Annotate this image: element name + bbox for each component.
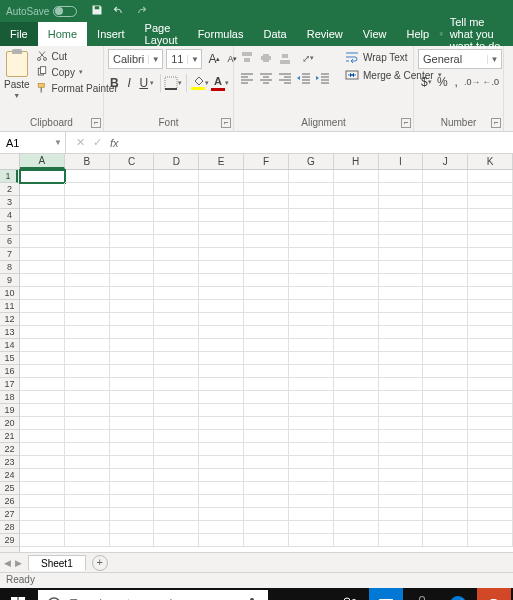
paste-button[interactable]: Paste ▼ (4, 49, 30, 99)
cell[interactable] (289, 209, 334, 222)
cell[interactable] (423, 430, 468, 443)
cell[interactable] (20, 365, 65, 378)
row-header[interactable]: 26 (0, 495, 19, 508)
cell[interactable] (423, 339, 468, 352)
cell[interactable] (334, 456, 379, 469)
autosave-switch-icon[interactable] (53, 6, 77, 17)
cell[interactable] (334, 326, 379, 339)
cell[interactable] (199, 508, 244, 521)
cell[interactable] (154, 469, 199, 482)
cell[interactable] (468, 235, 513, 248)
cell[interactable] (244, 508, 289, 521)
font-dialog-launcher[interactable]: ⌐ (221, 118, 231, 128)
cell[interactable] (379, 391, 424, 404)
cell[interactable] (65, 443, 110, 456)
cell[interactable] (154, 300, 199, 313)
cell[interactable] (289, 417, 334, 430)
cell[interactable] (468, 196, 513, 209)
row-header[interactable]: 11 (0, 300, 19, 313)
cell[interactable] (154, 222, 199, 235)
cell[interactable] (110, 469, 155, 482)
row-header[interactable]: 29 (0, 534, 19, 547)
cell[interactable] (468, 352, 513, 365)
cell[interactable] (110, 534, 155, 547)
cell[interactable] (379, 261, 424, 274)
column-header[interactable]: E (199, 154, 244, 169)
cell[interactable] (199, 456, 244, 469)
cell[interactable] (65, 521, 110, 534)
cell[interactable] (423, 170, 468, 183)
cell[interactable] (20, 170, 65, 183)
cell[interactable] (289, 391, 334, 404)
cell[interactable] (379, 313, 424, 326)
cell[interactable] (289, 313, 334, 326)
cell[interactable] (244, 248, 289, 261)
sheet-tab-active[interactable]: Sheet1 (28, 555, 86, 571)
cell[interactable] (289, 352, 334, 365)
cell[interactable] (110, 183, 155, 196)
start-button[interactable] (0, 588, 36, 600)
cell[interactable] (244, 183, 289, 196)
fill-color-button[interactable]: ▾ (191, 73, 209, 93)
cell[interactable] (199, 235, 244, 248)
cell[interactable] (423, 183, 468, 196)
number-format-combo[interactable]: General ▼ (418, 49, 502, 69)
tab-review[interactable]: Review (297, 22, 353, 46)
cell[interactable] (20, 417, 65, 430)
cell[interactable] (379, 274, 424, 287)
cell[interactable] (65, 261, 110, 274)
cell[interactable] (110, 287, 155, 300)
cell[interactable] (334, 313, 379, 326)
align-right-button[interactable] (276, 69, 294, 87)
cell[interactable] (65, 248, 110, 261)
cell[interactable] (110, 170, 155, 183)
row-header[interactable]: 20 (0, 417, 19, 430)
cell[interactable] (423, 417, 468, 430)
cell[interactable] (423, 248, 468, 261)
cell[interactable] (199, 339, 244, 352)
taskbar-store-icon[interactable] (405, 588, 439, 600)
tab-formulas[interactable]: Formulas (188, 22, 254, 46)
cell[interactable] (289, 170, 334, 183)
cell[interactable] (423, 456, 468, 469)
cell[interactable] (289, 326, 334, 339)
cell[interactable] (20, 209, 65, 222)
cell[interactable] (379, 183, 424, 196)
row-header[interactable]: 12 (0, 313, 19, 326)
cell[interactable] (379, 469, 424, 482)
cell[interactable] (468, 287, 513, 300)
insert-function-icon[interactable]: fx (110, 137, 119, 149)
row-header[interactable]: 18 (0, 391, 19, 404)
cell[interactable] (334, 300, 379, 313)
cell[interactable] (65, 482, 110, 495)
number-dialog-launcher[interactable]: ⌐ (491, 118, 501, 128)
cell[interactable] (244, 417, 289, 430)
cell[interactable] (468, 482, 513, 495)
cell[interactable] (199, 378, 244, 391)
redo-icon[interactable] (135, 4, 147, 18)
cell[interactable] (244, 404, 289, 417)
cell[interactable] (199, 443, 244, 456)
taskbar-people-icon[interactable] (333, 588, 367, 600)
row-header[interactable]: 7 (0, 248, 19, 261)
cell[interactable] (423, 235, 468, 248)
cell[interactable] (20, 352, 65, 365)
cell[interactable] (154, 261, 199, 274)
row-header[interactable]: 5 (0, 222, 19, 235)
undo-icon[interactable] (113, 4, 125, 18)
taskbar-search[interactable]: Type here to search (38, 590, 268, 600)
cell[interactable] (65, 196, 110, 209)
increase-indent-button[interactable] (314, 69, 332, 87)
cell[interactable] (65, 352, 110, 365)
cell[interactable] (379, 482, 424, 495)
align-left-button[interactable] (238, 69, 256, 87)
cell[interactable] (20, 521, 65, 534)
cell[interactable] (199, 469, 244, 482)
cell[interactable] (20, 287, 65, 300)
tab-page-layout[interactable]: Page Layout (135, 22, 188, 46)
cell[interactable] (244, 300, 289, 313)
cell[interactable] (244, 274, 289, 287)
cell[interactable] (334, 274, 379, 287)
cell[interactable] (334, 170, 379, 183)
cell[interactable] (468, 300, 513, 313)
